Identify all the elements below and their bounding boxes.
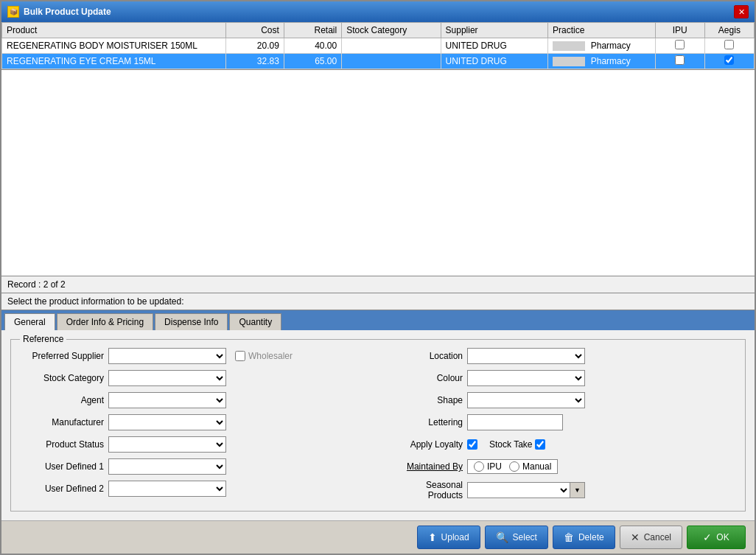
- seasonal-dropdown-btn[interactable]: ▼: [570, 482, 585, 498]
- table-row[interactable]: REGENERATING BODY MOISTURISER 150ML 20.0…: [2, 38, 755, 54]
- ipu-radio[interactable]: [474, 461, 484, 472]
- user-defined-1-select[interactable]: [108, 458, 226, 475]
- seasonal-products-select[interactable]: [467, 482, 570, 498]
- location-select[interactable]: [467, 348, 585, 364]
- ipu-check[interactable]: [675, 55, 685, 65]
- agent-label: Agent: [23, 395, 104, 405]
- agent-wrapper: [108, 392, 226, 408]
- shape-label: Shape: [389, 395, 463, 405]
- tab-general[interactable]: General: [4, 313, 55, 330]
- cell-aegis: [704, 38, 754, 54]
- product-table-area: Product Cost Retail Stock Category Suppl…: [1, 22, 755, 70]
- upload-icon: ⬆: [428, 531, 437, 543]
- cell-retail: 65.00: [284, 54, 341, 69]
- product-status-select[interactable]: [108, 436, 226, 453]
- manual-radio-text: Manual: [522, 461, 551, 472]
- aegis-check[interactable]: [724, 40, 734, 49]
- col-header-aegis: Aegis: [704, 23, 754, 38]
- delete-label: Delete: [578, 532, 604, 542]
- lettering-input[interactable]: [467, 414, 563, 430]
- manufacturer-select[interactable]: [108, 414, 226, 430]
- select-button[interactable]: 🔍 Select: [485, 526, 548, 549]
- ipu-check[interactable]: [675, 40, 685, 49]
- location-label: Location: [389, 351, 463, 361]
- cancel-label: Cancel: [644, 532, 671, 542]
- col-header-ipu: IPU: [655, 23, 704, 38]
- cell-retail: 40.00: [284, 38, 341, 54]
- manual-radio-label[interactable]: Manual: [509, 461, 551, 472]
- user-defined-2-select[interactable]: [108, 481, 226, 497]
- cell-supplier: UNITED DRUG: [441, 38, 548, 54]
- cell-stockcat: [342, 54, 441, 69]
- apply-loyalty-row: Apply Loyalty Stock Take: [389, 436, 733, 453]
- seasonal-products-wrapper: ▼: [467, 482, 585, 498]
- wholesaler-checkbox[interactable]: [235, 351, 245, 361]
- manual-radio[interactable]: [509, 461, 519, 472]
- preferred-supplier-select[interactable]: [108, 348, 226, 364]
- ipu-radio-text: IPU: [487, 461, 502, 472]
- select-label: Select: [513, 532, 537, 542]
- stock-category-select[interactable]: [108, 370, 226, 386]
- cell-aegis: [704, 54, 754, 69]
- colour-select[interactable]: [467, 370, 585, 386]
- record-bar: Record : 2 of 2: [1, 276, 755, 293]
- location-wrapper: [467, 348, 585, 364]
- seasonal-products-row: Seasonal Products ▼: [389, 480, 733, 500]
- user-defined-1-wrapper: [108, 458, 226, 475]
- preferred-supplier-wrapper: [108, 348, 226, 364]
- cell-practice: Pharmacy: [548, 38, 656, 54]
- preferred-supplier-row: Preferred Supplier Wholesaler: [23, 347, 367, 365]
- col-header-retail: Retail: [284, 23, 341, 38]
- table-row[interactable]: REGENERATING EYE CREAM 15ML 32.83 65.00 …: [2, 54, 755, 69]
- agent-select[interactable]: [108, 392, 226, 408]
- reference-group: Reference Preferred Supplier Wholesaler: [10, 339, 746, 512]
- lettering-row: Lettering: [389, 413, 733, 431]
- product-status-wrapper: [108, 436, 226, 453]
- cell-cost: 20.09: [226, 38, 284, 54]
- aegis-check[interactable]: [724, 55, 734, 65]
- delete-button[interactable]: 🗑 Delete: [553, 526, 615, 549]
- user-defined-1-row: User Defined 1: [23, 458, 367, 475]
- manufacturer-label: Manufacturer: [23, 417, 104, 427]
- upload-button[interactable]: ⬆ Upload: [417, 526, 480, 549]
- stock-category-label: Stock Category: [23, 373, 104, 383]
- ipu-radio-label[interactable]: IPU: [474, 461, 502, 472]
- window-title: Bulk Product Update: [24, 7, 111, 17]
- close-button[interactable]: ✕: [734, 5, 749, 18]
- delete-icon: 🗑: [564, 531, 574, 543]
- tab-order-info[interactable]: Order Info & Pricing: [57, 313, 153, 330]
- bottom-bar: ⬆ Upload 🔍 Select 🗑 Delete ✕ Cancel ✓ OK: [1, 520, 755, 554]
- user-defined-2-row: User Defined 2: [23, 480, 367, 498]
- ok-button[interactable]: ✓ OK: [687, 526, 746, 549]
- user-defined-1-label: User Defined 1: [23, 461, 104, 472]
- maintained-by-radio-group: IPU Manual: [467, 459, 558, 474]
- stock-category-wrapper: [108, 370, 226, 386]
- cell-practice: Pharmacy: [548, 54, 656, 69]
- product-table: Product Cost Retail Stock Category Suppl…: [1, 22, 755, 69]
- shape-select[interactable]: [467, 392, 585, 408]
- record-label: Record : 2 of 2: [7, 279, 66, 290]
- lettering-label: Lettering: [389, 417, 463, 427]
- user-defined-2-label: User Defined 2: [23, 484, 104, 494]
- agent-row: Agent: [23, 391, 367, 409]
- upload-label: Upload: [441, 532, 469, 542]
- apply-loyalty-checkbox[interactable]: [467, 439, 477, 450]
- cell-stockcat: [342, 38, 441, 54]
- stock-take-label: Stock Take: [489, 439, 545, 450]
- title-bar-left: 📦 Bulk Product Update: [7, 6, 111, 18]
- reference-legend: Reference: [20, 334, 66, 344]
- wholesaler-text: Wholesaler: [248, 351, 293, 361]
- stock-category-row: Stock Category: [23, 369, 367, 387]
- tab-dispense-info[interactable]: Dispense Info: [155, 313, 228, 330]
- cell-supplier: UNITED DRUG: [441, 54, 548, 69]
- user-defined-2-wrapper: [108, 481, 226, 497]
- cell-ipu: [655, 38, 704, 54]
- preferred-supplier-label: Preferred Supplier: [23, 351, 104, 361]
- tabs-bar: General Order Info & Pricing Dispense In…: [1, 310, 755, 330]
- app-icon: 📦: [7, 6, 19, 18]
- tab-quantity[interactable]: Quantity: [229, 313, 281, 330]
- cancel-button[interactable]: ✕ Cancel: [620, 526, 682, 549]
- form-area: Reference Preferred Supplier Wholesaler: [1, 330, 755, 520]
- wholesaler-label: Wholesaler: [235, 351, 293, 361]
- stock-take-checkbox[interactable]: [535, 439, 545, 450]
